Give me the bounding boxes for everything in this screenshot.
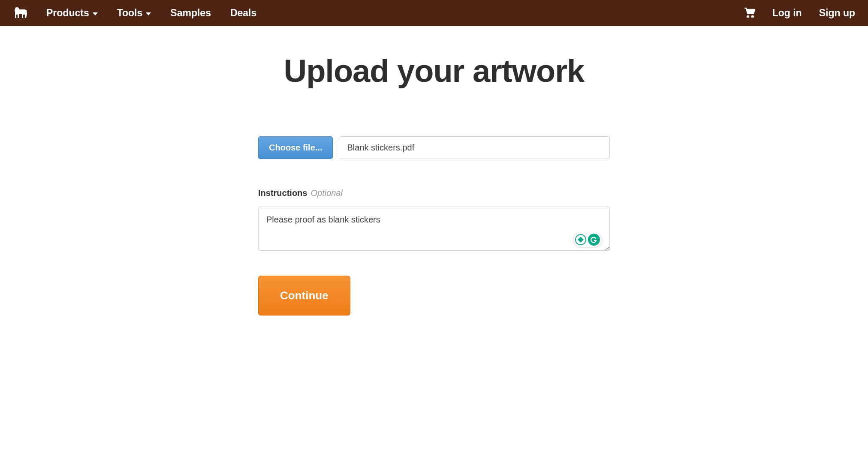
nav-tools-label: Tools	[117, 7, 143, 19]
instructions-label: Instructions Optional	[258, 188, 610, 198]
caret-down-icon	[146, 12, 151, 15]
nav-products[interactable]: Products	[46, 7, 98, 19]
nav-samples-label: Samples	[170, 7, 211, 19]
textarea-wrapper	[258, 207, 610, 253]
content: Upload your artwork Choose file... Instr…	[258, 26, 610, 342]
nav-signup[interactable]: Sign up	[819, 7, 855, 19]
nav-right: Log in Sign up	[744, 7, 855, 19]
nav-login[interactable]: Log in	[772, 7, 802, 19]
logo[interactable]	[13, 6, 29, 21]
cart-icon[interactable]	[744, 7, 755, 19]
nav-samples[interactable]: Samples	[170, 7, 211, 19]
grammarly-widget[interactable]	[573, 232, 602, 247]
file-upload-row: Choose file...	[258, 136, 610, 159]
instructions-label-text: Instructions	[258, 188, 307, 198]
nav-deals[interactable]: Deals	[230, 7, 256, 19]
svg-point-1	[751, 15, 753, 17]
choose-file-button[interactable]: Choose file...	[258, 136, 333, 159]
file-name-input[interactable]	[339, 136, 610, 159]
continue-button[interactable]: Continue	[258, 276, 350, 316]
page-title: Upload your artwork	[258, 53, 610, 89]
grammarly-hint-icon	[575, 234, 586, 245]
nav-left: Products Tools Samples Deals	[46, 7, 256, 19]
navbar: Products Tools Samples Deals Log in Sign…	[0, 0, 868, 26]
caret-down-icon	[93, 12, 98, 15]
svg-point-0	[747, 15, 749, 17]
horse-icon	[13, 6, 29, 19]
instructions-textarea[interactable]	[258, 207, 610, 251]
optional-text: Optional	[310, 188, 343, 198]
nav-products-label: Products	[46, 7, 89, 19]
grammarly-icon	[588, 234, 600, 246]
nav-deals-label: Deals	[230, 7, 256, 19]
nav-tools[interactable]: Tools	[117, 7, 151, 19]
